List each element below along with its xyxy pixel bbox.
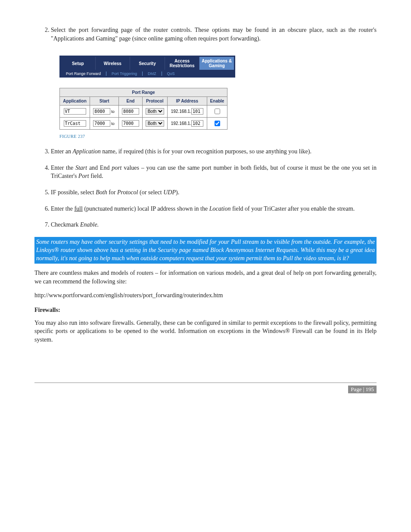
router-screenshot: Setup Wireless Security Access Restricti… <box>59 56 377 78</box>
start-port-input[interactable] <box>93 120 110 127</box>
start-port-input[interactable] <box>93 108 110 115</box>
firewalls-heading: Firewalls: <box>34 307 377 314</box>
router-ui-panel: Setup Wireless Security Access Restricti… <box>59 56 235 78</box>
subtab-port-range-forward[interactable]: Port Range Forward <box>61 72 106 76</box>
step-6: Enter the full (punctuated numeric) loca… <box>51 205 377 213</box>
subtab-qos[interactable]: QoS <box>162 72 180 76</box>
step-2: Select the port forwarding page of the r… <box>51 26 377 43</box>
enable-checkbox[interactable] <box>215 109 220 114</box>
table-title: Port Range <box>60 88 227 97</box>
end-port-input[interactable] <box>122 108 139 115</box>
end-port-input[interactable] <box>122 120 139 127</box>
application-input[interactable] <box>64 120 86 127</box>
step-3: Enter an Application name, if required (… <box>51 147 377 156</box>
col-start: Start <box>90 97 119 106</box>
enable-checkbox[interactable] <box>215 121 220 126</box>
port-range-table: Port Range Application Start End Protoco… <box>59 88 227 130</box>
table-row: to Both 192.168.1. <box>60 106 227 118</box>
protocol-select[interactable]: Both <box>146 108 164 115</box>
application-input[interactable] <box>64 108 86 115</box>
to-label: to <box>111 109 115 114</box>
to-label: to <box>111 121 115 126</box>
step-7: Checkmark Enable. <box>51 221 377 229</box>
step-4: Enter the Start and End port values – yo… <box>51 164 377 180</box>
tab-security[interactable]: Security <box>130 57 165 70</box>
col-ip-address: IP Address <box>167 97 207 106</box>
security-note-callout: Some routers may have other security set… <box>34 237 377 264</box>
firewalls-paragraph: You may also run into software firewalls… <box>34 319 377 344</box>
step-5: IF possible, select Both for Protocol (o… <box>51 188 377 197</box>
protocol-select[interactable]: Both <box>146 120 164 127</box>
ip-last-octet-input[interactable] <box>191 120 203 127</box>
tab-setup[interactable]: Setup <box>61 57 96 70</box>
figure-caption: FIGURE 237 <box>59 134 377 139</box>
page-number-badge: Page | 195 <box>348 386 377 393</box>
router-sub-tabs: Port Range Forward Port Triggering DMZ Q… <box>61 70 234 78</box>
subtab-dmz[interactable]: DMZ <box>143 72 162 76</box>
tab-access-restrictions[interactable]: Access Restrictions <box>165 57 200 70</box>
col-end: End <box>119 97 143 106</box>
ip-prefix: 192.168.1. <box>171 121 191 126</box>
router-main-tabs: Setup Wireless Security Access Restricti… <box>61 57 234 70</box>
table-row: to Both 192.168.1. <box>60 118 227 130</box>
col-protocol: Protocol <box>142 97 167 106</box>
numbered-steps: Select the port forwarding page of the r… <box>34 26 377 43</box>
portforward-url: http://www.portforward.com/english/route… <box>34 292 377 299</box>
subtab-port-triggering[interactable]: Port Triggering <box>106 72 143 76</box>
tab-applications-gaming[interactable]: Applications & Gaming <box>199 57 234 70</box>
numbered-steps-continued: Enter an Application name, if required (… <box>34 147 377 229</box>
col-application: Application <box>60 97 90 106</box>
tab-wireless[interactable]: Wireless <box>96 57 131 70</box>
ip-prefix: 192.168.1. <box>171 109 191 114</box>
routers-info-paragraph: There are countless makes and models of … <box>34 269 377 286</box>
col-enable: Enable <box>207 97 227 106</box>
port-range-table-wrapper: Port Range Application Start End Protoco… <box>59 88 377 130</box>
ip-last-octet-input[interactable] <box>191 108 203 115</box>
page-footer: Page | 195 <box>34 383 377 393</box>
